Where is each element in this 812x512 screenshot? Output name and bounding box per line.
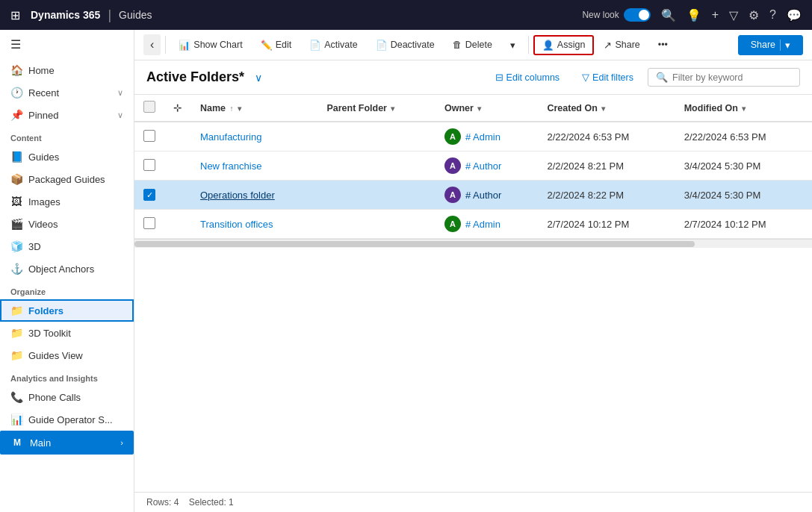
- sidebar-item-home[interactable]: 🏠 Home: [0, 59, 134, 81]
- table-actions: ⊟ Edit columns ▽ Edit filters 🔍: [487, 68, 800, 87]
- deactivate-button[interactable]: 📄 Deactivate: [368, 35, 443, 55]
- chat-icon[interactable]: 💬: [784, 5, 805, 25]
- row1-checkbox-cell[interactable]: [134, 122, 164, 152]
- sidebar-item-guide-operator[interactable]: 📊 Guide Operator S...: [0, 408, 134, 431]
- th-hierarchy[interactable]: ⊹: [164, 95, 191, 122]
- share-primary-label: Share: [746, 40, 780, 50]
- assign-button[interactable]: 👤 Assign: [533, 35, 595, 55]
- th-owner[interactable]: Owner ▾: [436, 95, 539, 122]
- row2-owner-link[interactable]: # Author: [465, 160, 501, 172]
- row4-hier-cell: [164, 210, 191, 239]
- col-name-label: Name: [200, 103, 226, 113]
- content-area: Active Folders* ∨ ⊟ Edit columns ▽ Edit …: [134, 60, 812, 492]
- header-checkbox[interactable]: [143, 101, 155, 113]
- row1-parent-cell: [317, 122, 436, 152]
- row4-checkbox[interactable]: [143, 217, 155, 229]
- help-icon[interactable]: ?: [766, 5, 779, 25]
- recent-icon: 🕐: [10, 87, 22, 99]
- settings-icon[interactable]: ⚙: [746, 5, 762, 25]
- dropdown-button[interactable]: ▾: [502, 35, 524, 55]
- row3-checkbox[interactable]: ✓: [143, 189, 155, 201]
- sidebar-item-3d[interactable]: 🧊 3D: [0, 235, 134, 257]
- row3-name-link[interactable]: Operations folder: [200, 190, 275, 201]
- sidebar-item-folders[interactable]: 📁 Folders: [0, 299, 134, 322]
- row2-checkbox[interactable]: [143, 159, 155, 171]
- sidebar-item-guides[interactable]: 📘 Guides: [0, 146, 134, 168]
- horiz-scroll-thumb[interactable]: [134, 241, 695, 247]
- edit-filters-button[interactable]: ▽ Edit filters: [574, 68, 642, 87]
- table-title-chevron[interactable]: ∨: [255, 72, 262, 84]
- back-button[interactable]: ‹: [143, 34, 161, 55]
- filter-search-icon: 🔍: [656, 72, 668, 83]
- delete-icon: 🗑: [453, 40, 462, 50]
- sidebar-recent-label: Recent: [28, 87, 59, 99]
- toolbar: ‹ 📊 Show Chart ✏️ Edit 📄 Activate 📄 Deac…: [134, 30, 812, 60]
- row2-checkbox-cell[interactable]: [134, 152, 164, 181]
- row4-modified-cell: 2/7/2024 10:12 PM: [675, 210, 812, 239]
- grid-icon[interactable]: ⊞: [7, 5, 23, 25]
- share-label: Share: [615, 40, 639, 50]
- row3-owner-link[interactable]: # Author: [465, 190, 501, 201]
- row4-checkbox-cell[interactable]: [134, 210, 164, 239]
- new-look-toggle: New look: [582, 8, 650, 22]
- row1-name-link[interactable]: Manufacturing: [200, 131, 261, 143]
- selected-count: Selected: 1: [189, 497, 234, 508]
- edit-button[interactable]: ✏️ Edit: [252, 35, 300, 55]
- sidebar-item-recent[interactable]: 🕐 Recent ∨: [0, 81, 134, 104]
- th-name[interactable]: Name ↑ ▾: [191, 95, 317, 122]
- folders-icon: 📁: [10, 305, 22, 316]
- row4-parent-cell: [317, 210, 436, 239]
- share-primary-arrow: ▾: [780, 40, 795, 51]
- row2-name-cell[interactable]: New franchise: [191, 152, 317, 181]
- guides-view-icon: 📁: [10, 349, 22, 361]
- activate-button[interactable]: 📄 Activate: [301, 35, 365, 55]
- search-icon[interactable]: 🔍: [658, 5, 679, 25]
- share-dropdown-button[interactable]: Share ▾: [738, 35, 803, 55]
- share-button[interactable]: ↗ Share: [595, 35, 648, 55]
- lightbulb-icon[interactable]: 💡: [684, 5, 704, 25]
- edit-columns-button[interactable]: ⊟ Edit columns: [487, 68, 568, 87]
- row4-owner-link[interactable]: # Admin: [465, 219, 500, 230]
- row1-avatar: A: [444, 128, 461, 145]
- row1-name-cell[interactable]: Manufacturing: [191, 122, 317, 152]
- filter-icon[interactable]: ▽: [726, 5, 741, 25]
- th-checkbox[interactable]: [134, 95, 164, 122]
- show-chart-button[interactable]: 📊 Show Chart: [170, 35, 250, 55]
- delete-button[interactable]: 🗑 Delete: [444, 35, 500, 54]
- row1-checkbox[interactable]: [143, 130, 155, 142]
- col-owner-label: Owner: [444, 103, 474, 113]
- sidebar-item-packaged-guides[interactable]: 📦 Packaged Guides: [0, 168, 134, 190]
- filter-input[interactable]: [672, 72, 792, 83]
- sidebar-item-images[interactable]: 🖼 Images: [0, 190, 134, 213]
- hierarchy-icon[interactable]: ⊹: [173, 103, 182, 113]
- dropdown-arrow: ▾: [510, 40, 515, 51]
- row1-owner-link[interactable]: # Admin: [465, 131, 500, 143]
- sidebar-item-main[interactable]: M Main ›: [0, 431, 134, 455]
- table-row: Manufacturing A # Admin 2/22/2024 6:53 P…: [134, 122, 812, 152]
- images-icon: 🖼: [10, 196, 22, 207]
- sidebar-item-phone-calls[interactable]: 📞 Phone Calls: [0, 386, 134, 408]
- sidebar-item-3d-toolkit[interactable]: 📁 3D Toolkit: [0, 322, 134, 344]
- sidebar-item-pinned[interactable]: 📌 Pinned ∨: [0, 104, 134, 126]
- sidebar-phone-label: Phone Calls: [28, 392, 81, 403]
- show-chart-label: Show Chart: [193, 40, 242, 50]
- sidebar-hamburger[interactable]: ☰: [0, 30, 134, 59]
- horiz-scrollbar[interactable]: [134, 239, 812, 248]
- row3-name-cell[interactable]: Operations folder: [191, 181, 317, 210]
- row3-checkbox-cell[interactable]: ✓: [134, 181, 164, 210]
- col-parent-label: Parent Folder: [326, 103, 387, 113]
- sidebar-videos-label: Videos: [28, 219, 58, 230]
- row2-name-link[interactable]: New franchise: [200, 160, 261, 172]
- sidebar-item-guides-view[interactable]: 📁 Guides View: [0, 344, 134, 366]
- th-parent-folder[interactable]: Parent Folder ▾: [317, 95, 436, 122]
- row4-name-cell[interactable]: Transition offices: [191, 210, 317, 239]
- new-look-switch[interactable]: [624, 8, 651, 22]
- th-modified-on[interactable]: Modified On ▾: [675, 95, 812, 122]
- sidebar-item-videos[interactable]: 🎬 Videos: [0, 213, 134, 235]
- add-icon[interactable]: +: [709, 5, 722, 25]
- sidebar-item-object-anchors[interactable]: ⚓ Object Anchors: [0, 257, 134, 280]
- row4-name-link[interactable]: Transition offices: [200, 219, 273, 230]
- th-created-on[interactable]: Created On ▾: [538, 95, 675, 122]
- guides-icon: 📘: [10, 151, 22, 163]
- more-button[interactable]: •••: [650, 35, 676, 54]
